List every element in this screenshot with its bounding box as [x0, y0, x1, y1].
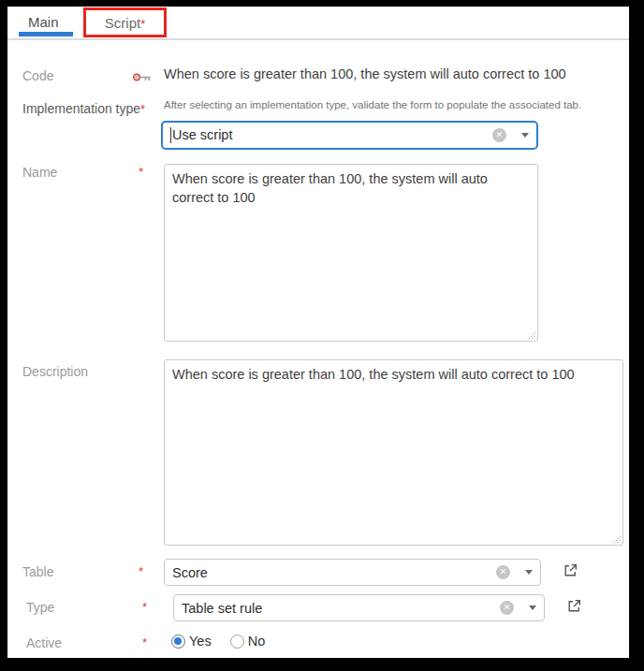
type-label: Type [26, 600, 54, 615]
active-label: Active [26, 635, 62, 650]
active-required-marker: * [142, 635, 147, 649]
table-select[interactable]: Score ✕ [164, 559, 541, 586]
name-label: Name [22, 165, 57, 180]
type-dropdown-caret-icon[interactable] [529, 605, 536, 610]
implementation-type-value: Use script [170, 127, 492, 144]
tab-main-active-underline [19, 32, 73, 36]
implementation-type-clear-icon[interactable]: ✕ [492, 128, 506, 142]
text-cursor [170, 127, 171, 143]
table-label: Table [22, 564, 53, 579]
type-clear-icon[interactable]: ✕ [500, 601, 514, 615]
description-textarea[interactable]: When score is greater than 100, the syst… [164, 359, 623, 546]
active-radio-group: Yes No [171, 634, 265, 649]
name-textarea[interactable]: When score is greater than 100, the syst… [164, 164, 538, 342]
table-required-marker: * [139, 564, 143, 578]
script-tab-highlight-box: Script* [83, 7, 167, 37]
type-value: Table set rule [182, 601, 500, 616]
active-radio-yes[interactable]: Yes [171, 634, 212, 649]
table-clear-icon[interactable]: ✕ [496, 565, 510, 579]
implementation-type-select[interactable]: Use script ✕ [161, 121, 538, 150]
key-icon [132, 72, 153, 84]
table-value: Score [172, 565, 496, 580]
screenshot-frame: Main Script* Code When score is greater … [0, 0, 644, 671]
implementation-type-required-marker: * [140, 102, 145, 116]
table-open-record-icon[interactable] [563, 562, 578, 578]
description-label: Description [22, 364, 88, 379]
type-open-record-icon[interactable] [566, 598, 582, 614]
type-required-marker: * [142, 600, 147, 614]
form-panel: Main Script* Code When score is greater … [7, 7, 629, 658]
code-label: Code [22, 68, 53, 83]
active-radio-no[interactable]: No [230, 634, 266, 649]
radio-unselected-icon[interactable] [230, 635, 244, 649]
tab-main[interactable]: Main [28, 14, 59, 30]
implementation-type-helper-text: After selecting an implementation type, … [164, 99, 581, 110]
tab-script-required-marker: * [140, 17, 145, 31]
code-value: When score is greater than 100, the syst… [164, 66, 566, 81]
name-required-marker: * [139, 165, 143, 179]
table-dropdown-caret-icon[interactable] [525, 570, 533, 575]
type-select[interactable]: Table set rule ✕ [173, 594, 545, 621]
tab-script[interactable]: Script* [105, 15, 145, 31]
active-yes-label: Yes [189, 634, 212, 649]
implementation-type-label: Implementation type* [22, 101, 145, 116]
implementation-type-dropdown-caret-icon[interactable] [521, 133, 529, 138]
tabbar-divider [7, 38, 629, 40]
radio-selected-icon[interactable] [171, 635, 185, 649]
active-no-label: No [248, 634, 266, 649]
